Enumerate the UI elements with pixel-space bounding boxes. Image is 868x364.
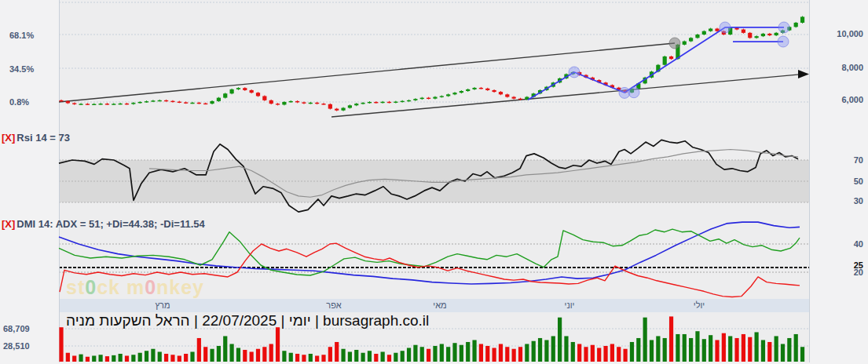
candle bbox=[354, 104, 358, 105]
volume-bar bbox=[321, 355, 325, 362]
candle bbox=[158, 100, 162, 101]
candle bbox=[59, 100, 63, 101]
candle bbox=[276, 104, 280, 104]
volume-bar bbox=[597, 348, 601, 362]
volume-bar bbox=[479, 344, 483, 362]
volume-bar bbox=[663, 338, 667, 362]
volume-bar bbox=[407, 348, 411, 362]
rsi-axis-label: 50 bbox=[854, 177, 863, 186]
volume-bar bbox=[262, 347, 266, 362]
volume-bar bbox=[452, 343, 456, 362]
candle bbox=[702, 31, 706, 35]
volume-bar bbox=[748, 337, 752, 362]
volume-bar bbox=[236, 348, 240, 362]
volume-bar bbox=[203, 347, 207, 362]
candle bbox=[440, 96, 444, 96]
volume-bar bbox=[656, 336, 660, 362]
candle bbox=[197, 103, 201, 104]
volume-bar bbox=[151, 349, 155, 362]
candle bbox=[446, 94, 450, 96]
candle bbox=[709, 28, 712, 31]
volume-bar bbox=[755, 332, 759, 362]
volume-bar bbox=[591, 345, 595, 362]
xaxis-month-label: מרץ bbox=[147, 300, 178, 310]
candle bbox=[341, 108, 345, 111]
volume-bar bbox=[499, 344, 503, 362]
volume-bar bbox=[374, 354, 378, 362]
pivot-marker bbox=[778, 22, 789, 33]
rsi-remove-button[interactable]: [X] bbox=[2, 132, 15, 144]
volume-bar bbox=[427, 349, 430, 362]
candle bbox=[256, 93, 260, 96]
dmi-axis-label: 40 bbox=[854, 239, 863, 249]
volume-bar bbox=[636, 338, 640, 362]
volume-bar bbox=[617, 347, 621, 362]
candle bbox=[210, 101, 214, 104]
volume-bar bbox=[210, 349, 214, 362]
volume-bar bbox=[420, 347, 424, 362]
candle bbox=[794, 23, 798, 27]
candle bbox=[767, 34, 771, 35]
volume-bar bbox=[800, 347, 804, 362]
watermark-zero-green: 0 bbox=[85, 276, 97, 298]
candle bbox=[663, 56, 667, 65]
candle bbox=[335, 109, 339, 111]
volume-bar bbox=[243, 350, 247, 362]
candle bbox=[269, 100, 273, 104]
volume-bar bbox=[650, 340, 654, 362]
volume-bar bbox=[138, 353, 142, 362]
volume-bar bbox=[348, 351, 352, 362]
volume-bar bbox=[544, 340, 548, 362]
candle bbox=[295, 101, 299, 103]
candle bbox=[695, 35, 699, 38]
volume-bar bbox=[676, 334, 679, 362]
pivot-marker bbox=[720, 22, 731, 33]
candle bbox=[466, 89, 470, 91]
candle bbox=[92, 104, 96, 105]
volume-bar bbox=[217, 346, 221, 362]
volume-bar bbox=[695, 331, 699, 362]
volume-bar bbox=[105, 356, 109, 362]
candle bbox=[460, 91, 463, 93]
volume-bar bbox=[190, 351, 194, 362]
candle bbox=[145, 101, 148, 102]
volume-bar bbox=[394, 353, 397, 362]
candle bbox=[217, 98, 221, 101]
volume-bar bbox=[775, 336, 778, 362]
pct-axis-label: 34.5% bbox=[9, 64, 34, 74]
volume-bar bbox=[269, 344, 273, 362]
volume-bar bbox=[401, 351, 405, 362]
pct-axis-label: 0.8% bbox=[9, 97, 29, 107]
volume-bar bbox=[584, 347, 588, 362]
volume-bar bbox=[558, 318, 562, 362]
volume-bar bbox=[767, 342, 771, 362]
volume-bar bbox=[485, 346, 489, 362]
volume-bar bbox=[178, 355, 181, 362]
candle bbox=[669, 56, 673, 59]
candle bbox=[683, 42, 687, 45]
volume-bar bbox=[250, 351, 254, 362]
candle bbox=[170, 101, 174, 102]
volume-bar bbox=[145, 351, 148, 362]
candle bbox=[184, 102, 188, 103]
candle bbox=[407, 100, 411, 101]
candle bbox=[250, 90, 254, 93]
volume-bar bbox=[131, 355, 135, 362]
candle bbox=[236, 88, 240, 89]
candle bbox=[472, 88, 476, 89]
candle bbox=[374, 102, 378, 103]
candle bbox=[105, 104, 109, 104]
volume-bar bbox=[341, 349, 345, 362]
candle bbox=[72, 104, 76, 104]
volume-bar bbox=[158, 351, 162, 362]
dmi-indicator-label: [X]DMI 14: ADX = 51; +Di=44.38; -Di=11.5… bbox=[2, 218, 205, 230]
volume-bar bbox=[460, 345, 463, 362]
volume-bar bbox=[223, 336, 227, 362]
volume-bar bbox=[112, 355, 115, 362]
candle bbox=[289, 101, 293, 102]
candle bbox=[125, 104, 129, 104]
candle bbox=[151, 100, 155, 101]
volume-bar bbox=[538, 338, 542, 362]
dmi-remove-button[interactable]: [X] bbox=[2, 218, 15, 230]
volume-bar bbox=[702, 339, 706, 362]
